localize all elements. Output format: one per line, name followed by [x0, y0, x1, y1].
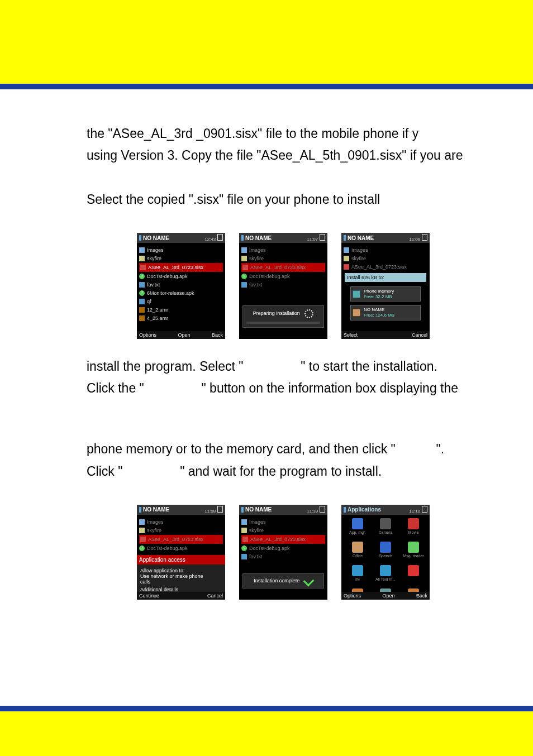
app-item[interactable]: Msg. reader: [401, 542, 426, 563]
text: install the program. Select ": [87, 359, 243, 374]
file-row[interactable]: ?DocTst-debug.apk: [241, 544, 325, 552]
text: Select the copied ".sisx" file on your p…: [87, 192, 380, 207]
file-name: 4_25.amr: [147, 315, 168, 321]
file-name: DocTst-debug.apk: [249, 546, 290, 551]
file-list: ImagesskyfireASee_AL_3rd_0723.sisx: [341, 243, 430, 271]
phone-titlebar: NO NAME 11:08: [341, 233, 430, 243]
memory-option-card[interactable]: NO NAME Free: 124.6 MB: [350, 305, 421, 320]
file-row[interactable]: 4_25.amr: [139, 314, 223, 322]
app-item[interactable]: IM: [345, 565, 370, 586]
app-label: Msg. reader: [403, 554, 423, 558]
file-name: fav.txt: [249, 554, 262, 559]
file-row[interactable]: skyfire: [241, 527, 325, 534]
dialog-text: Preparing installation: [253, 311, 300, 317]
file-icon: [140, 537, 146, 542]
file-row[interactable]: Images: [241, 518, 325, 526]
mem-name: Phone memory: [364, 289, 394, 294]
file-row[interactable]: Images: [344, 246, 427, 254]
file-row[interactable]: ASee_AL_3rd_0723.sisx: [241, 263, 325, 272]
phone-time: 11:07: [307, 237, 318, 242]
file-row[interactable]: fav.txt: [139, 281, 223, 289]
file-row[interactable]: skyfire: [139, 527, 223, 534]
app-item[interactable]: Office: [345, 542, 370, 563]
file-icon: [139, 282, 145, 288]
file-icon: ?: [139, 290, 145, 296]
file-name: skyfire: [249, 256, 264, 261]
footer-blue-strip: [0, 706, 533, 711]
file-name: Images: [249, 519, 266, 525]
file-row[interactable]: ASee_AL_3rd_0723.sisx: [344, 263, 427, 271]
file-row[interactable]: Images: [139, 246, 223, 254]
app-item[interactable]: All Text In...: [373, 565, 398, 586]
file-row[interactable]: skyfire: [344, 255, 427, 262]
phone-titlebar: NO NAME 11:07: [239, 233, 327, 243]
file-icon: [242, 537, 248, 542]
phone-titlebar: NO NAME 11:08: [137, 505, 225, 515]
phone-titlebar: Applications 11:10: [341, 505, 430, 515]
softkey-left[interactable]: Options: [344, 593, 361, 599]
file-row[interactable]: Images: [241, 246, 325, 254]
file-row[interactable]: ?DocTst-debug.apk: [139, 272, 223, 280]
softkey-left[interactable]: Select: [344, 332, 358, 338]
text: phone memory or to the memory card, and …: [87, 442, 396, 456]
file-row[interactable]: ?DocTst-debug.apk: [241, 272, 325, 280]
mem-free: Free: 32.2 MB: [364, 294, 392, 299]
phone-title: NO NAME: [143, 235, 169, 241]
file-row[interactable]: fav.txt: [241, 281, 325, 289]
softkey-bar: Options Open Back: [341, 592, 430, 600]
signal-icon: [241, 507, 244, 513]
file-row[interactable]: qf: [139, 298, 223, 305]
softkey-left[interactable]: Continue: [139, 593, 159, 599]
file-name: ASee_AL_3rd_0723.sisx: [250, 265, 306, 270]
text: ".: [436, 442, 445, 456]
file-icon: [344, 247, 349, 253]
softkey-right[interactable]: Back: [212, 332, 223, 338]
file-icon: [140, 265, 146, 270]
app-item[interactable]: Movie: [401, 518, 426, 539]
file-row[interactable]: skyfire: [139, 255, 223, 262]
softkey-right[interactable]: Back: [416, 593, 427, 599]
phone-time: 11:10: [409, 509, 420, 514]
softkey-bar: Select Cancel: [341, 331, 430, 339]
app-icon: [408, 518, 419, 529]
mem-name: NO NAME: [364, 307, 384, 312]
app-item[interactable]: Speech: [373, 542, 398, 563]
file-row[interactable]: 12_2.amr: [139, 306, 223, 314]
file-icon: [241, 528, 247, 533]
signal-icon: [344, 507, 346, 513]
file-name: Images: [249, 247, 266, 253]
app-item[interactable]: App. mgr.: [345, 518, 370, 539]
app-icon: [380, 542, 391, 553]
file-icon: [139, 528, 145, 533]
file-row[interactable]: ASee_AL_3rd_0723.sisx: [139, 535, 223, 544]
app-label: IM: [355, 577, 360, 581]
softkey-left[interactable]: Options: [139, 332, 156, 338]
file-row[interactable]: ?6Monitor-release.apk: [139, 289, 223, 297]
memory-option-phone[interactable]: Phone memory Free: 32.2 MB: [350, 286, 421, 302]
file-row[interactable]: Images: [139, 518, 223, 526]
app-icon: [352, 542, 363, 553]
file-name: skyfire: [147, 528, 161, 533]
memory-card-icon: [353, 309, 360, 317]
file-row[interactable]: fav.txt: [241, 553, 325, 561]
softkey-mid[interactable]: Open: [178, 332, 190, 338]
file-row[interactable]: skyfire: [241, 255, 325, 262]
text: using Version 3. Copy the file "ASee_AL_…: [87, 148, 463, 162]
access-line: calls: [140, 579, 222, 585]
softkey-right[interactable]: Cancel: [207, 593, 223, 599]
file-row[interactable]: ASee_AL_3rd_0723.sisx: [241, 535, 325, 544]
app-item[interactable]: Camera: [373, 518, 398, 539]
app-icon: [380, 565, 391, 576]
document-body: the "ASee_AL_3rd _0901.sisx" file to the…: [0, 89, 533, 639]
app-label: Office: [353, 554, 363, 558]
softkey-mid[interactable]: Open: [382, 593, 394, 599]
file-icon: [241, 554, 247, 559]
softkey-bar: Continue Cancel: [137, 592, 225, 600]
file-row[interactable]: ?DocTst-debug.apk: [139, 544, 223, 552]
file-row[interactable]: ASee_AL_3rd_0723.sisx: [139, 263, 223, 272]
mem-free: Free: 124.6 MB: [364, 313, 394, 318]
file-icon: [139, 307, 145, 313]
app-item[interactable]: [401, 565, 426, 586]
file-icon: [344, 256, 349, 261]
softkey-right[interactable]: Cancel: [412, 332, 427, 338]
